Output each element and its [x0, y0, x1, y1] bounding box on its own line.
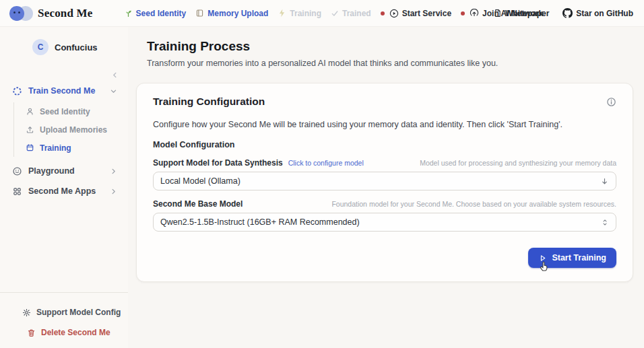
support-model-value: Local Model (Ollama) — [160, 176, 240, 186]
training-configuration-card: Training Configuration Configure how you… — [136, 83, 633, 282]
app-title: Second Me — [38, 7, 93, 20]
sidebar-nav: Train Second Me Seed Identity Upload Mem… — [0, 81, 128, 201]
model-configuration-label: Model Configuration — [153, 140, 616, 149]
card-title: Training Configuration — [153, 96, 265, 108]
smiley-circle-icon — [12, 166, 22, 176]
top-header: Second Me Seed Identity Memory Upload Tr… — [0, 0, 644, 27]
github-icon — [562, 8, 573, 18]
progress-steps: Seed Identity Memory Upload Training Tra… — [124, 9, 493, 18]
document-icon — [493, 9, 502, 18]
support-model-label: Support Model for Data Synthesis — [153, 158, 283, 168]
upload-circle-icon — [470, 9, 479, 18]
sidebar-collapse-button[interactable] — [111, 71, 119, 79]
step-trained[interactable]: Trained — [331, 9, 371, 18]
sidebar-item-label: Training — [40, 143, 71, 153]
alert-dot-icon — [461, 11, 465, 15]
chevron-up-down-icon — [601, 218, 609, 227]
step-label: Trained — [342, 9, 371, 18]
base-model-label: Second Me Base Model — [153, 199, 243, 209]
step-memory-upload[interactable]: Memory Upload — [195, 9, 268, 18]
button-row: Start Training — [153, 248, 616, 268]
sidebar-footer: Support Model Config Delete Second Me — [0, 292, 128, 348]
info-icon[interactable] — [606, 97, 616, 107]
header-actions: Whitepaper Star on GitHub — [493, 8, 633, 18]
sidebar: C Confucius Train Second Me Seed Identit… — [0, 27, 128, 348]
sidebar-item-upload-memories[interactable]: Upload Memories — [14, 120, 128, 139]
page-title: Training Process — [147, 39, 633, 54]
sidebar-item-label: Second Me Apps — [28, 186, 96, 196]
step-label: Training — [290, 9, 321, 18]
sidebar-item-label: Playground — [28, 166, 75, 176]
logo-blobs-icon — [9, 6, 32, 21]
base-model-value: Qwen2.5-1.5B-Instruct (16GB+ RAM Recomme… — [160, 217, 360, 227]
support-model-config-button[interactable]: Support Model Config — [0, 302, 128, 322]
support-model-select[interactable]: Local Model (Ollama) — [153, 172, 616, 190]
sidebar-item-train-second-me[interactable]: Train Second Me — [0, 81, 128, 101]
support-model-field: Support Model for Data Synthesis Click t… — [153, 158, 616, 190]
support-model-hint: Model used for processing and synthesizi… — [420, 159, 616, 167]
trash-icon — [27, 328, 36, 337]
train-sub-list: Seed Identity Upload Memories Training — [13, 102, 128, 157]
chevron-right-icon — [110, 168, 117, 175]
configure-model-link[interactable]: Click to configure model — [288, 159, 364, 167]
github-star-link[interactable]: Star on GitHub — [562, 8, 633, 18]
seedling-icon — [124, 9, 133, 18]
base-model-hint: Foundation model for your Second Me. Cho… — [331, 200, 616, 208]
page-head: Training Process Transform your memories… — [136, 39, 633, 68]
step-training[interactable]: Training — [278, 9, 321, 18]
whitepaper-link[interactable]: Whitepaper — [493, 9, 549, 18]
sidebar-item-seed-identity[interactable]: Seed Identity — [14, 102, 128, 120]
check-icon — [331, 9, 339, 18]
delete-second-me-label: Delete Second Me — [41, 328, 110, 337]
whitepaper-label: Whitepaper — [505, 9, 549, 18]
sidebar-item-label: Seed Identity — [40, 107, 90, 116]
lightning-icon — [278, 9, 286, 18]
notebook-icon — [195, 9, 204, 18]
step-seed-identity[interactable]: Seed Identity — [124, 9, 187, 18]
sidebar-item-playground[interactable]: Playground — [0, 161, 128, 181]
apps-grid-icon — [12, 186, 22, 197]
github-label: Star on GitHub — [576, 9, 633, 18]
support-model-config-label: Support Model Config — [36, 308, 121, 317]
step-label: Memory Upload — [207, 9, 268, 18]
play-icon — [538, 254, 547, 263]
sidebar-item-label: Upload Memories — [40, 125, 107, 135]
sidebar-item-second-me-apps[interactable]: Second Me Apps — [0, 181, 128, 201]
delete-second-me-button[interactable]: Delete Second Me — [0, 322, 128, 343]
card-description: Configure how your Second Me will be tra… — [153, 120, 616, 129]
page-subtitle: Transform your memories into a personali… — [147, 59, 633, 68]
person-icon — [26, 107, 34, 116]
profile-name: Confucius — [55, 42, 98, 53]
gear-icon — [22, 308, 31, 317]
arrow-down-icon — [600, 177, 609, 186]
base-model-select[interactable]: Qwen2.5-1.5B-Instruct (16GB+ RAM Recomme… — [153, 213, 616, 232]
step-label: Seed Identity — [136, 9, 187, 18]
base-model-field: Second Me Base Model Foundation model fo… — [153, 199, 616, 232]
step-label: Start Service — [402, 9, 451, 18]
app-logo[interactable]: Second Me — [9, 6, 93, 21]
main-content: Training Process Transform your memories… — [128, 27, 644, 348]
avatar: C — [32, 39, 49, 55]
mouse-cursor-icon — [539, 260, 550, 272]
play-circle-icon — [389, 9, 399, 18]
divider — [0, 292, 128, 293]
chevron-down-icon — [110, 88, 117, 95]
chevron-right-icon — [110, 188, 117, 195]
start-training-label: Start Training — [552, 253, 606, 263]
dashed-circle-icon — [12, 86, 22, 96]
sidebar-item-label: Train Second Me — [28, 86, 95, 96]
alert-dot-icon — [381, 11, 385, 15]
sidebar-item-training[interactable]: Training — [14, 139, 128, 157]
step-start-service[interactable]: Start Service — [389, 9, 451, 18]
profile[interactable]: C Confucius — [32, 39, 128, 55]
calendar-icon — [26, 143, 34, 152]
start-training-button[interactable]: Start Training — [528, 248, 616, 268]
upload-icon — [26, 125, 34, 134]
